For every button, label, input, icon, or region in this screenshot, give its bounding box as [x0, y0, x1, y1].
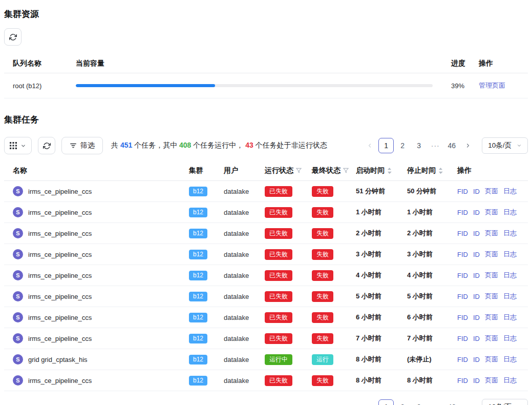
pagination-page-2[interactable]: 2 [395, 399, 410, 405]
action-link-page[interactable]: 页面 [485, 250, 498, 259]
filter-lines-icon [70, 142, 77, 149]
action-link-id[interactable]: ID [473, 377, 480, 384]
task-name: irms_ce_pipeline_ccs [28, 293, 92, 300]
action-link-fid[interactable]: FID [457, 335, 468, 342]
column-header-cluster: 集群 [189, 166, 224, 175]
task-name: irms_ce_pipeline_ccs [28, 335, 92, 342]
row-actions: FIDID页面日志 [457, 229, 520, 238]
action-link-log[interactable]: 日志 [503, 376, 517, 385]
action-link-id[interactable]: ID [473, 230, 480, 237]
filter-button[interactable]: 筛选 [61, 137, 103, 154]
column-header-actions: 操作 [457, 166, 520, 175]
action-link-log[interactable]: 日志 [503, 187, 517, 196]
action-link-fid[interactable]: FID [457, 356, 468, 363]
action-link-page[interactable]: 页面 [485, 376, 498, 385]
action-link-id[interactable]: ID [473, 335, 480, 342]
start-time: 1 小时前 [356, 208, 407, 217]
pagination-bottom: 123···46 [362, 399, 476, 405]
action-link-log[interactable]: 日志 [503, 292, 517, 301]
action-link-page[interactable]: 页面 [485, 271, 498, 280]
sort-icon[interactable] [387, 167, 392, 174]
action-link-fid[interactable]: FID [457, 188, 468, 195]
pagination-prev[interactable] [362, 138, 377, 153]
action-link-log[interactable]: 日志 [503, 313, 517, 322]
row-actions: FIDID页面日志 [457, 313, 520, 322]
cluster-badge: b12 [189, 376, 207, 386]
pagination-prev[interactable] [362, 399, 377, 405]
action-link-id[interactable]: ID [473, 251, 480, 258]
action-link-fid[interactable]: FID [457, 230, 468, 237]
action-link-log[interactable]: 日志 [503, 250, 517, 259]
action-link-id[interactable]: ID [473, 188, 480, 195]
page-size-label: 10条/页 [488, 141, 512, 150]
task-name: irms_ce_pipeline_ccs [28, 377, 92, 384]
action-link-page[interactable]: 页面 [485, 208, 498, 217]
table-row: S grid grid_cptask_his b12 datalake 运行中 … [4, 349, 528, 370]
pagination-page-3[interactable]: 3 [411, 399, 427, 405]
pagination-page-46[interactable]: 46 [444, 399, 459, 405]
action-link-page[interactable]: 页面 [485, 187, 498, 196]
avatar: S [13, 291, 23, 301]
pagination-page-2[interactable]: 2 [395, 138, 410, 153]
cluster-resources-title: 集群资源 [4, 8, 528, 20]
action-link-log[interactable]: 日志 [503, 229, 517, 238]
action-link-log[interactable]: 日志 [503, 334, 517, 343]
pagination-page-1[interactable]: 1 [378, 138, 394, 153]
pagination-next[interactable] [460, 138, 476, 153]
tasks-table-header: 名称 集群 用户 运行状态 最终状态 启动时间 停止时间 操作 [4, 160, 528, 181]
action-link-id[interactable]: ID [473, 209, 480, 216]
column-header-progress: 进度 [445, 59, 479, 68]
row-actions: FIDID页面日志 [457, 250, 520, 259]
avatar: S [13, 207, 23, 217]
action-link-fid[interactable]: FID [457, 377, 468, 384]
action-link-fid[interactable]: FID [457, 209, 468, 216]
action-link-fid[interactable]: FID [457, 314, 468, 321]
resources-refresh-button[interactable] [4, 28, 22, 46]
action-link-page[interactable]: 页面 [485, 292, 498, 301]
tasks-refresh-button[interactable] [38, 137, 55, 154]
cluster-badge: b12 [189, 313, 207, 322]
refresh-icon [9, 33, 17, 41]
final-status-badge: 失败 [312, 249, 333, 260]
action-link-id[interactable]: ID [473, 293, 480, 300]
start-time: 3 小时前 [356, 250, 407, 259]
action-link-fid[interactable]: FID [457, 272, 468, 279]
pagination-page-1[interactable]: 1 [378, 399, 394, 405]
sort-icon[interactable] [438, 167, 443, 174]
action-link-log[interactable]: 日志 [503, 355, 517, 364]
action-link-fid[interactable]: FID [457, 251, 468, 258]
action-link-page[interactable]: 页面 [485, 229, 498, 238]
action-link-log[interactable]: 日志 [503, 208, 517, 217]
action-link-id[interactable]: ID [473, 356, 480, 363]
run-status-badge: 已失败 [265, 249, 292, 260]
page-size-select[interactable]: 10条/页 [482, 137, 528, 154]
run-status-badge: 运行中 [265, 354, 292, 365]
action-link-id[interactable]: ID [473, 272, 480, 279]
cluster-badge: b12 [189, 271, 207, 280]
filter-icon[interactable] [343, 168, 349, 173]
action-link-page[interactable]: 页面 [485, 313, 498, 322]
cluster-badge: b12 [189, 334, 207, 343]
table-row: S irms_ce_pipeline_ccs b12 datalake 已失败 … [4, 244, 528, 265]
manage-page-link[interactable]: 管理页面 [479, 82, 505, 89]
action-link-page[interactable]: 页面 [485, 355, 498, 364]
user-label: datalake [224, 377, 265, 384]
action-link-page[interactable]: 页面 [485, 334, 498, 343]
stop-time: (未停止) [407, 355, 457, 364]
column-settings-button[interactable] [4, 137, 32, 154]
pagination-page-46[interactable]: 46 [444, 138, 459, 153]
final-status-badge: 失败 [312, 333, 333, 344]
filter-icon[interactable] [296, 168, 302, 173]
start-time: 51 分钟前 [356, 187, 407, 196]
column-header-capacity: 当前容量 [76, 59, 433, 68]
pagination-page-3[interactable]: 3 [411, 138, 427, 153]
action-link-log[interactable]: 日志 [503, 271, 517, 280]
page-size-select[interactable]: 10条/页 [482, 399, 528, 405]
pagination-next[interactable] [460, 399, 476, 405]
cluster-badge: b12 [189, 292, 207, 301]
action-link-fid[interactable]: FID [457, 293, 468, 300]
action-link-id[interactable]: ID [473, 314, 480, 321]
stop-time: 4 小时前 [407, 271, 457, 280]
user-label: datalake [224, 293, 265, 300]
page-size-label: 10条/页 [488, 402, 512, 405]
